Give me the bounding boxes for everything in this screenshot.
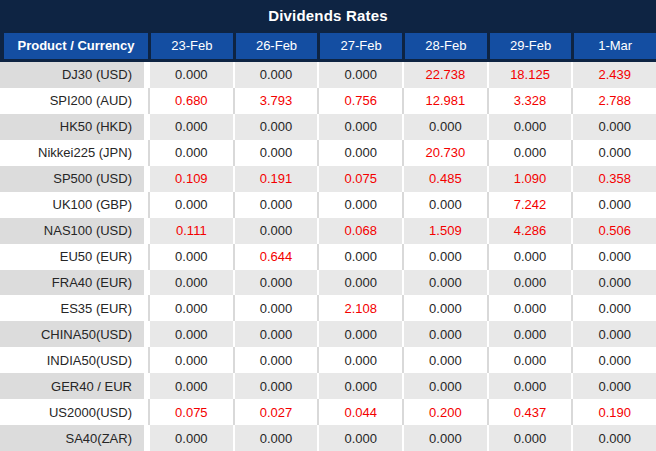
- column-header-date-5: 29-Feb: [490, 33, 572, 59]
- rate-value: 0.506: [571, 218, 656, 244]
- rate-value: 4.286: [487, 218, 572, 244]
- rate-value: 0.000: [571, 321, 656, 347]
- table-row: SP500 (USD) 0.1090.1910.0750.4851.0900.3…: [0, 166, 656, 192]
- rate-value: 0.000: [487, 140, 572, 166]
- rate-value: 0.485: [402, 166, 487, 192]
- product-label: FRA40 (EUR): [0, 270, 148, 296]
- rate-value: 0.000: [317, 270, 402, 296]
- rate-value: 0.190: [571, 399, 656, 425]
- rate-value: 0.000: [402, 347, 487, 373]
- rate-value: 0.000: [148, 270, 233, 296]
- rate-value: 0.000: [487, 295, 572, 321]
- rate-value: 0.000: [402, 321, 487, 347]
- rate-value: 0.000: [487, 244, 572, 270]
- rate-value: 0.000: [571, 373, 656, 399]
- rate-value: 12.981: [402, 88, 487, 114]
- rate-value: 0.000: [317, 140, 402, 166]
- product-label: DJ30 (USD): [0, 62, 148, 88]
- table-row: EU50 (EUR) 0.0000.6440.0000.0000.0000.00…: [0, 244, 656, 270]
- table-row: SA40(ZAR) 0.0000.0000.0000.0000.0000.000: [0, 425, 656, 451]
- product-label: ES35 (EUR): [0, 295, 148, 321]
- rate-value: 0.000: [402, 244, 487, 270]
- rate-value: 0.000: [571, 114, 656, 140]
- table-row: NAS100 (USD) 0.1110.0000.0681.5094.2860.…: [0, 218, 656, 244]
- rate-value: 2.439: [571, 62, 656, 88]
- product-label: HK50 (HKD): [0, 114, 148, 140]
- product-label: SPI200 (AUD): [0, 88, 148, 114]
- product-label: US2000(USD): [0, 399, 148, 425]
- rate-value: 0.000: [571, 192, 656, 218]
- column-header-date-4: 28-Feb: [405, 33, 487, 59]
- column-header-date-6: 1-Mar: [574, 33, 656, 59]
- table-row: Nikkei225 (JPN) 0.0000.0000.00020.7300.0…: [0, 140, 656, 166]
- rate-value: 0.000: [233, 321, 318, 347]
- rate-value: 0.200: [402, 399, 487, 425]
- column-header-date-1: 23-Feb: [151, 33, 233, 59]
- rate-value: 0.000: [487, 270, 572, 296]
- product-label: GER40 / EUR: [0, 373, 148, 399]
- rate-value: 0.000: [148, 373, 233, 399]
- rate-value: 0.437: [487, 399, 572, 425]
- rate-value: 0.111: [148, 218, 233, 244]
- rate-value: 0.000: [317, 425, 402, 451]
- rate-value: 0.000: [571, 295, 656, 321]
- rate-value: 0.000: [148, 114, 233, 140]
- product-label: SA40(ZAR): [0, 425, 148, 451]
- rate-value: 0.000: [571, 425, 656, 451]
- product-label: CHINA50(USD): [0, 321, 148, 347]
- rate-value: 0.000: [148, 192, 233, 218]
- rate-value: 0.358: [571, 166, 656, 192]
- dividends-rates-table: Dividends Rates Product / Currency 23-Fe…: [0, 0, 656, 451]
- rate-value: 0.000: [317, 192, 402, 218]
- rate-value: 0.000: [402, 373, 487, 399]
- rate-value: 18.125: [487, 62, 572, 88]
- rate-value: 0.000: [148, 425, 233, 451]
- rate-value: 0.191: [233, 166, 318, 192]
- rate-value: 0.068: [317, 218, 402, 244]
- rate-value: 0.000: [571, 347, 656, 373]
- rate-value: 3.328: [487, 88, 572, 114]
- rate-value: 3.793: [233, 88, 318, 114]
- rate-value: 0.000: [487, 321, 572, 347]
- rate-value: 0.000: [233, 425, 318, 451]
- rate-value: 0.000: [317, 62, 402, 88]
- table-row: UK100 (GBP) 0.0000.0000.0000.0007.2420.0…: [0, 192, 656, 218]
- rate-value: 0.000: [317, 347, 402, 373]
- rate-value: 0.000: [233, 218, 318, 244]
- rate-value: 0.000: [402, 114, 487, 140]
- column-header-product: Product / Currency: [4, 33, 148, 59]
- rate-value: 0.000: [402, 192, 487, 218]
- rate-value: 0.000: [571, 140, 656, 166]
- rate-value: 0.000: [148, 321, 233, 347]
- table-row: DJ30 (USD) 0.0000.0000.00022.73818.1252.…: [0, 62, 656, 88]
- product-label: UK100 (GBP): [0, 192, 148, 218]
- rate-value: 0.000: [317, 114, 402, 140]
- rate-value: 20.730: [402, 140, 487, 166]
- rate-value: 0.044: [317, 399, 402, 425]
- rate-value: 22.738: [402, 62, 487, 88]
- rate-value: 0.000: [148, 62, 233, 88]
- rate-value: 0.000: [233, 62, 318, 88]
- table-title: Dividends Rates: [0, 0, 656, 30]
- rate-value: 0.000: [487, 373, 572, 399]
- rate-value: 0.680: [148, 88, 233, 114]
- rate-value: 0.000: [317, 373, 402, 399]
- rate-value: 0.000: [317, 321, 402, 347]
- rate-value: 0.000: [487, 347, 572, 373]
- column-header-date-2: 26-Feb: [236, 33, 318, 59]
- table-row: US2000(USD) 0.0750.0270.0440.2000.4370.1…: [0, 399, 656, 425]
- rate-value: 0.000: [402, 425, 487, 451]
- rate-value: 0.075: [317, 166, 402, 192]
- rate-value: 0.000: [233, 373, 318, 399]
- rate-value: 0.000: [402, 295, 487, 321]
- rate-value: 0.644: [233, 244, 318, 270]
- product-label: SP500 (USD): [0, 166, 148, 192]
- rate-value: 7.242: [487, 192, 572, 218]
- rate-value: 0.027: [233, 399, 318, 425]
- product-label: Nikkei225 (JPN): [0, 140, 148, 166]
- rate-value: 0.000: [233, 140, 318, 166]
- table-row: FRA40 (EUR) 0.0000.0000.0000.0000.0000.0…: [0, 270, 656, 296]
- rate-value: 0.000: [148, 244, 233, 270]
- rate-value: 0.000: [487, 425, 572, 451]
- rate-value: 0.000: [233, 114, 318, 140]
